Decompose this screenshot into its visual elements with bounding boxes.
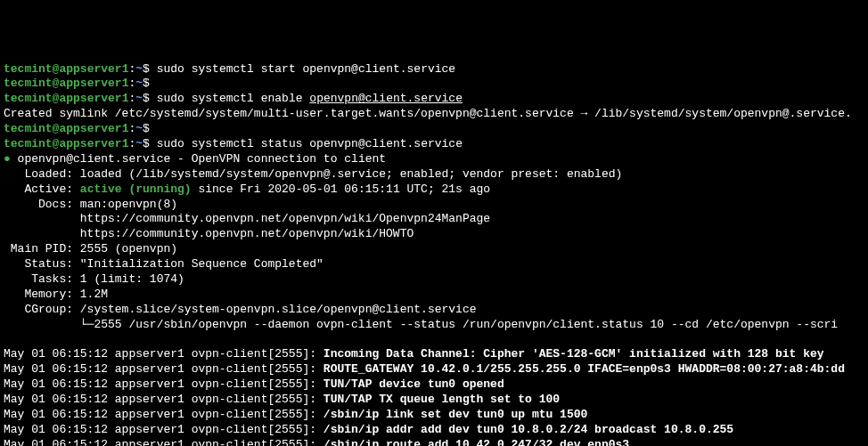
- prompt-host: appserver1: [59, 122, 128, 135]
- prompt-host: appserver1: [59, 62, 128, 76]
- status-loaded-value: loaded (/lib/systemd/system/openvpn@.ser…: [80, 167, 623, 181]
- prompt-tilde: ~: [135, 137, 143, 150]
- status-docs2: https://community.openvpn.net/openvpn/wi…: [4, 212, 490, 225]
- status-active-since: since Fri 2020-05-01 06:15:11 UTC; 21s a…: [192, 182, 490, 196]
- log-prefix: May 01 06:15:12 appserver1 ovpn-client[2…: [4, 377, 323, 391]
- prompt-user: tecmint: [4, 77, 53, 90]
- log-msg: TUN/TAP device tun0 opened: [323, 377, 504, 391]
- status-service: openvpn@client.service - OpenVPN connect…: [11, 152, 386, 166]
- log-msg: /sbin/ip addr add dev tun0 10.8.0.2/24 b…: [323, 423, 733, 436]
- log-msg: Incoming Data Channel: Cipher 'AES-128-G…: [323, 347, 824, 361]
- log-prefix: May 01 06:15:12 appserver1 ovpn-client[2…: [4, 347, 323, 361]
- status-bullet-icon: ●: [4, 152, 11, 166]
- log-prefix: May 01 06:15:12 appserver1 ovpn-client[2…: [4, 393, 323, 406]
- status-cgroup: CGroup: /system.slice/system-openvpn.sli…: [4, 303, 477, 316]
- status-active-label: Active:: [4, 182, 80, 196]
- status-memory: Memory: 1.2M: [4, 288, 108, 301]
- status-active-value: active (running): [80, 182, 192, 196]
- prompt-dollar: $: [143, 92, 150, 105]
- prompt-tilde: ~: [135, 62, 143, 76]
- prompt-dollar: $: [143, 77, 150, 90]
- prompt-dollar: $: [143, 62, 150, 76]
- status-docs-label: Docs:: [4, 198, 80, 211]
- prompt-dollar: $: [143, 137, 150, 150]
- status-status-line: Status: "Initialization Sequence Complet…: [4, 257, 323, 271]
- log-prefix: May 01 06:15:12 appserver1 ovpn-client[2…: [4, 438, 323, 446]
- cmd-enable-prefix: sudo systemctl enable: [157, 92, 310, 105]
- cmd-start: sudo systemctl start openvpn@client.serv…: [157, 62, 455, 76]
- log-prefix: May 01 06:15:12 appserver1 ovpn-client[2…: [4, 408, 323, 421]
- prompt-host: appserver1: [59, 92, 128, 105]
- status-cgroup-child: └─2555 /usr/sbin/openvpn --daemon ovpn-c…: [4, 318, 838, 331]
- prompt-user: tecmint: [4, 137, 53, 150]
- log-msg: ROUTE_GATEWAY 10.42.0.1/255.255.255.0 IF…: [323, 362, 845, 376]
- log-msg: /sbin/ip link set dev tun0 up mtu 1500: [323, 408, 587, 421]
- prompt-dollar: $: [143, 122, 150, 135]
- status-docs1: man:openvpn(8): [80, 198, 177, 211]
- prompt-tilde: ~: [135, 92, 143, 105]
- status-tasks: Tasks: 1 (limit: 1074): [4, 272, 184, 286]
- log-msg: TUN/TAP TX queue length set to 100: [323, 393, 560, 406]
- status-loaded-label: Loaded:: [4, 167, 80, 181]
- output-symlink: Created symlink /etc/systemd/system/mult…: [4, 107, 852, 120]
- status-mainpid: Main PID: 2555 (openvpn): [4, 242, 177, 255]
- prompt-tilde: ~: [135, 77, 143, 90]
- log-msg: /sbin/ip route add 10.42.0.247/32 dev en…: [323, 438, 629, 446]
- cmd-status: sudo systemctl status openvpn@client.ser…: [157, 137, 463, 150]
- prompt-host: appserver1: [59, 137, 128, 150]
- log-prefix: May 01 06:15:12 appserver1 ovpn-client[2…: [4, 423, 323, 436]
- prompt-tilde: ~: [135, 122, 143, 135]
- prompt-user: tecmint: [4, 92, 53, 105]
- prompt-user: tecmint: [4, 122, 53, 135]
- cmd-enable-service: openvpn@client.service: [309, 92, 463, 105]
- log-prefix: May 01 06:15:12 appserver1 ovpn-client[2…: [4, 362, 323, 376]
- terminal-window[interactable]: tecmint@appserver1:~$ sudo systemctl sta…: [0, 61, 868, 446]
- prompt-host: appserver1: [59, 77, 128, 90]
- prompt-user: tecmint: [4, 62, 53, 76]
- status-docs3: https://community.openvpn.net/openvpn/wi…: [4, 227, 414, 240]
